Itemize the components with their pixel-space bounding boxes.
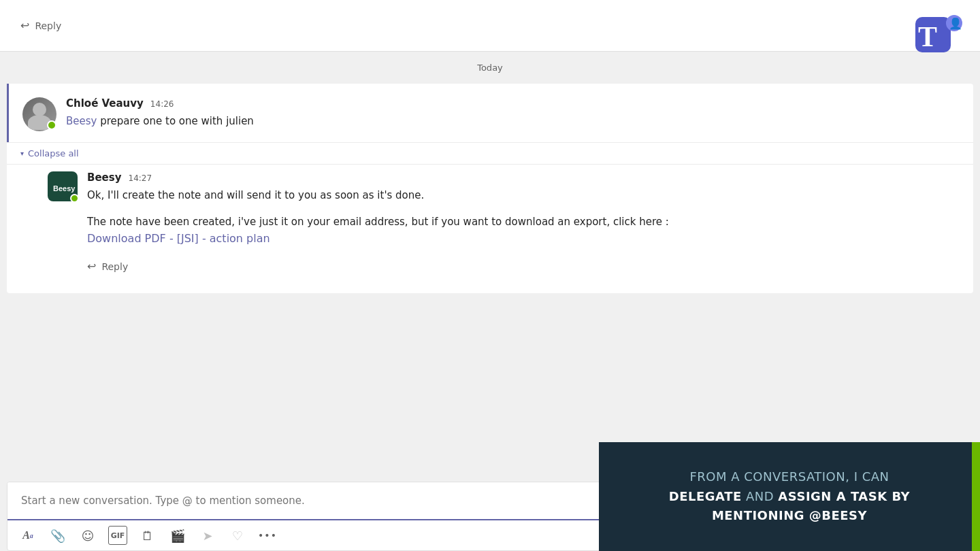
promo-mentioning: MENTIONING @BEESY	[712, 508, 867, 522]
sticker-icon[interactable]: 🗒	[138, 526, 157, 545]
beesy-avatar-container: Beesy	[48, 171, 78, 201]
reply-arrow-icon: ↩	[20, 19, 29, 32]
main-sender-name: Chloé Veauvy	[66, 97, 144, 110]
date-text: Today	[477, 63, 503, 73]
top-reply-button[interactable]: ↩ Reply	[20, 12, 61, 39]
main-container: T 👤 ↩ Reply Today Chloé Ve	[0, 0, 980, 551]
video-clip-icon[interactable]: 🎬	[168, 526, 187, 545]
top-reply-label: Reply	[35, 20, 61, 31]
reply-message: Beesy Beesy 14:27 Ok, I'll create the no…	[48, 171, 960, 245]
collapse-arrow-icon: ▾	[20, 150, 24, 157]
attach-icon[interactable]: 📎	[48, 526, 67, 545]
more-options-icon[interactable]: •••	[258, 526, 277, 545]
main-message-text: Beesy prepare one to one with julien	[66, 114, 960, 129]
svg-text:👤: 👤	[949, 17, 962, 30]
reply-sender-name: Beesy	[87, 171, 122, 184]
reply-message-header: Beesy 14:27	[87, 171, 960, 184]
chat-area[interactable]: Chloé Veauvy 14:26 Beesy prepare one to …	[0, 84, 980, 475]
beesy-online-badge	[70, 194, 79, 203]
collapse-all-label: Collapse all	[28, 148, 79, 158]
reply-message-time: 14:27	[129, 173, 152, 183]
bottom-reply-button[interactable]: ↩ Reply	[87, 253, 128, 280]
teams-logo-icon: T 👤	[912, 7, 966, 61]
main-message-body: prepare one to one with julien	[97, 115, 253, 127]
mention-beesy[interactable]: Beesy	[66, 115, 97, 127]
promo-line1: FROM A CONVERSATION, I CAN	[689, 469, 889, 484]
gif-icon[interactable]: GIF	[108, 526, 127, 545]
send-icon[interactable]: ➤	[198, 526, 217, 545]
collapse-all-button[interactable]: ▾ Collapse all	[20, 148, 960, 158]
bottom-reply-arrow-icon: ↩	[87, 260, 96, 273]
promo-panel: FROM A CONVERSATION, I CAN DELEGATE AND …	[599, 442, 980, 551]
main-message-header: Chloé Veauvy 14:26	[66, 97, 960, 110]
promo-delegate: DELEGATE	[669, 489, 742, 503]
collapse-all-section: ▾ Collapse all	[7, 142, 973, 164]
bottom-reply-label: Reply	[101, 261, 128, 272]
green-accent-bar	[972, 442, 980, 551]
sender-online-badge	[47, 120, 56, 130]
message-thread: Chloé Veauvy 14:26 Beesy prepare one to …	[7, 84, 973, 293]
reply-text-1: Ok, I'll create the note and will send i…	[87, 188, 960, 203]
promo-text: FROM A CONVERSATION, I CAN DELEGATE AND …	[669, 467, 910, 526]
main-message-content: Chloé Veauvy 14:26 Beesy prepare one to …	[66, 97, 960, 129]
promo-assign: ASSIGN A TASK BY	[778, 489, 910, 503]
sender-avatar-container	[22, 97, 56, 131]
svg-text:T: T	[918, 21, 937, 52]
reply-content: Beesy 14:27 Ok, I'll create the note and…	[87, 171, 960, 245]
reply-text-2: The note have been created, i've just it…	[87, 214, 960, 230]
reply-body-2: The note have been created, i've just it…	[87, 216, 669, 228]
format-icon[interactable]: Aa	[18, 526, 37, 545]
svg-text:Beesy: Beesy	[53, 184, 76, 193]
main-message: Chloé Veauvy 14:26 Beesy prepare one to …	[7, 84, 973, 142]
download-pdf-link[interactable]: Download PDF - [JSI] - action plan	[87, 232, 270, 245]
top-reply-bar: ↩ Reply	[0, 0, 980, 52]
date-separator: Today	[0, 52, 980, 84]
reply-thread: Beesy Beesy 14:27 Ok, I'll create the no…	[7, 164, 973, 293]
main-message-time: 14:26	[150, 99, 174, 109]
teams-logo-area: T 👤	[912, 7, 966, 64]
emoji-icon[interactable]: ☺	[78, 526, 97, 545]
like-icon[interactable]: ♡	[228, 526, 247, 545]
promo-and: AND	[746, 489, 778, 503]
